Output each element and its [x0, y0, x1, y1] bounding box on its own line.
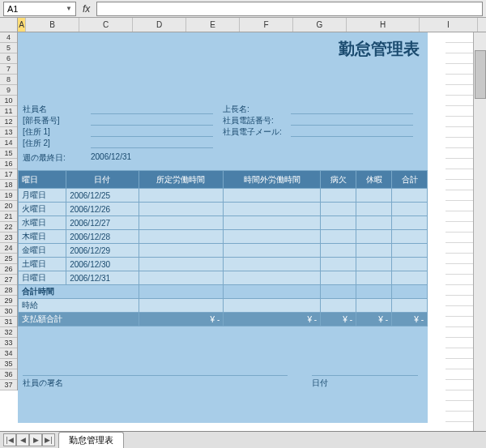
- cell-reference: A1: [7, 4, 18, 14]
- date-cell[interactable]: 2006/12/28: [66, 230, 139, 244]
- column-header-I[interactable]: I: [420, 18, 478, 32]
- supervisor-field[interactable]: [291, 105, 413, 114]
- date-cell[interactable]: 2006/12/30: [66, 258, 139, 271]
- table-row: 金曜日2006/12/29: [19, 244, 428, 258]
- row-header-6[interactable]: 6: [0, 53, 17, 64]
- row-header-5[interactable]: 5: [0, 43, 17, 53]
- row-headers: 4567891011121314151617181920212223242526…: [0, 32, 18, 390]
- column-header-D[interactable]: D: [133, 18, 186, 32]
- page-title: 勤怠管理表: [18, 32, 428, 62]
- row-header-15[interactable]: 15: [0, 148, 17, 159]
- row-header-11[interactable]: 11: [0, 106, 17, 117]
- phone-label: 社員電話番号:: [223, 115, 291, 126]
- chevron-down-icon[interactable]: ▼: [66, 5, 72, 12]
- row-header-32[interactable]: 32: [0, 327, 17, 338]
- employee-name-field[interactable]: [91, 105, 213, 114]
- row-header-22[interactable]: 22: [0, 222, 17, 233]
- row-header-21[interactable]: 21: [0, 211, 17, 222]
- sheet-tab[interactable]: 勤怠管理表: [58, 432, 124, 448]
- row-header-28[interactable]: 28: [0, 285, 17, 296]
- address1-field[interactable]: [91, 127, 213, 137]
- row-header-7[interactable]: 7: [0, 64, 17, 75]
- table-header: 所定労働時間: [139, 171, 224, 189]
- sheet-content[interactable]: 勤怠管理表 社員名 [部長番号] [住所 1] [住所 2] 上長名: 社員電話…: [18, 32, 486, 431]
- row-header-33[interactable]: 33: [0, 338, 17, 348]
- manager-id-field[interactable]: [91, 116, 213, 126]
- table-row: 水曜日2006/12/27: [19, 216, 428, 230]
- address2-field[interactable]: [91, 139, 213, 148]
- row-header-36[interactable]: 36: [0, 369, 17, 380]
- day-cell[interactable]: 月曜日: [19, 189, 66, 203]
- last-sheet-icon[interactable]: ▶|: [42, 433, 55, 446]
- row-header-16[interactable]: 16: [0, 159, 17, 169]
- day-cell[interactable]: 金曜日: [19, 244, 66, 258]
- day-cell[interactable]: 水曜日: [19, 216, 66, 230]
- column-headers: ABCDEFGHI: [18, 18, 486, 32]
- spreadsheet-grid: ABCDEFGHI 456789101112131415161718192021…: [0, 18, 486, 431]
- week-end-row: 週の最終日: 2006/12/31: [18, 149, 428, 170]
- date-cell[interactable]: 2006/12/25: [66, 189, 139, 203]
- signature-date-label: 日付: [312, 375, 418, 389]
- day-cell[interactable]: 木曜日: [19, 230, 66, 244]
- column-header-H[interactable]: H: [347, 18, 420, 32]
- row-header-31[interactable]: 31: [0, 317, 17, 327]
- formula-input[interactable]: [96, 2, 483, 16]
- row-header-29[interactable]: 29: [0, 296, 17, 306]
- day-cell[interactable]: 土曜日: [19, 258, 66, 271]
- select-all-corner[interactable]: [0, 18, 18, 32]
- day-cell[interactable]: 日曜日: [19, 271, 66, 285]
- week-end-label: 週の最終日:: [23, 152, 91, 164]
- column-header-A[interactable]: A: [18, 18, 26, 32]
- row-header-13[interactable]: 13: [0, 127, 17, 138]
- row-header-4[interactable]: 4: [0, 32, 17, 43]
- row-header-24[interactable]: 24: [0, 243, 17, 254]
- row-header-14[interactable]: 14: [0, 138, 17, 148]
- date-cell[interactable]: 2006/12/31: [66, 271, 139, 285]
- row-header-30[interactable]: 30: [0, 306, 17, 317]
- phone-field[interactable]: [291, 116, 413, 126]
- row-header-37[interactable]: 37: [0, 380, 17, 390]
- day-cell[interactable]: 火曜日: [19, 203, 66, 216]
- row-header-18[interactable]: 18: [0, 180, 17, 190]
- date-cell[interactable]: 2006/12/26: [66, 203, 139, 216]
- next-sheet-icon[interactable]: ▶: [29, 433, 42, 446]
- table-row: 土曜日2006/12/30: [19, 258, 428, 271]
- fx-icon[interactable]: fx: [79, 3, 93, 15]
- scrollbar-thumb[interactable]: [475, 50, 486, 99]
- row-header-8[interactable]: 8: [0, 75, 17, 85]
- pay-value: ¥ -: [321, 313, 356, 326]
- table-header: 休暇: [356, 171, 392, 189]
- table-row: 日曜日2006/12/31: [19, 271, 428, 285]
- email-field[interactable]: [291, 127, 413, 137]
- row-header-27[interactable]: 27: [0, 275, 17, 285]
- row-header-23[interactable]: 23: [0, 233, 17, 243]
- first-sheet-icon[interactable]: |◀: [3, 433, 16, 446]
- row-header-35[interactable]: 35: [0, 359, 17, 369]
- date-cell[interactable]: 2006/12/27: [66, 216, 139, 230]
- row-header-34[interactable]: 34: [0, 348, 17, 359]
- table-row: 火曜日2006/12/26: [19, 203, 428, 216]
- prev-sheet-icon[interactable]: ◀: [16, 433, 29, 446]
- column-header-C[interactable]: C: [79, 18, 133, 32]
- column-header-E[interactable]: E: [186, 18, 240, 32]
- column-header-B[interactable]: B: [26, 18, 79, 32]
- row-header-9[interactable]: 9: [0, 85, 17, 96]
- date-cell[interactable]: 2006/12/29: [66, 244, 139, 258]
- vertical-scrollbar[interactable]: [473, 32, 486, 431]
- row-header-10[interactable]: 10: [0, 96, 17, 106]
- row-header-20[interactable]: 20: [0, 201, 17, 211]
- column-header-F[interactable]: F: [240, 18, 293, 32]
- table-header: 日付: [66, 171, 139, 189]
- employee-name-label: 社員名: [23, 104, 91, 115]
- pay-value: ¥ -: [356, 313, 392, 326]
- name-box[interactable]: A1 ▼: [3, 2, 76, 16]
- formula-bar: A1 ▼ fx: [0, 0, 486, 18]
- row-header-25[interactable]: 25: [0, 254, 17, 264]
- row-header-17[interactable]: 17: [0, 169, 17, 180]
- column-header-G[interactable]: G: [293, 18, 347, 32]
- row-header-26[interactable]: 26: [0, 264, 17, 275]
- week-end-value[interactable]: 2006/12/31: [91, 152, 131, 164]
- table-header: 時間外労働時間: [224, 171, 321, 189]
- row-header-19[interactable]: 19: [0, 190, 17, 201]
- row-header-12[interactable]: 12: [0, 117, 17, 127]
